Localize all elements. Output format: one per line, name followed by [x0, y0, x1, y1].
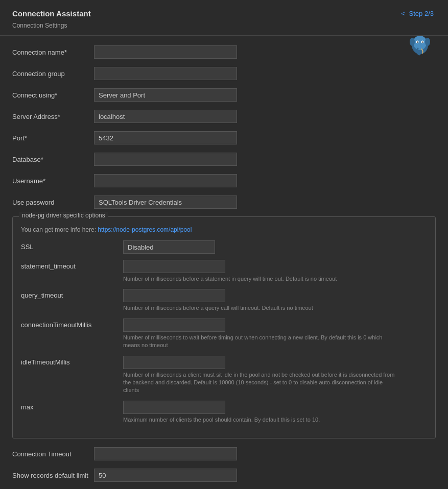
show-records-row: Show records default limit	[12, 468, 436, 482]
query-timeout-row: query_timeout Number of milliseconds bef…	[21, 289, 427, 312]
statement-timeout-hint: Number of milliseconds before a statemen…	[123, 275, 337, 283]
ssl-label: SSL	[21, 240, 123, 251]
connection-name-input[interactable]	[94, 45, 237, 59]
connect-using-input[interactable]	[94, 88, 237, 102]
step-label: < Step 2/3	[401, 10, 436, 17]
step-back-icon[interactable]: <	[401, 10, 405, 17]
connection-group-input[interactable]	[94, 67, 237, 80]
pg-logo	[406, 31, 434, 60]
query-timeout-hint: Number of milliseconds before a query ca…	[123, 304, 313, 312]
connect-using-row: Connect using*	[12, 88, 436, 102]
driver-section: node-pg driver specific options You can …	[12, 216, 436, 438]
svg-point-5	[422, 41, 423, 42]
connection-timeout-label: Connection Timeout	[12, 450, 94, 458]
show-records-label: Show records default limit	[12, 472, 94, 479]
server-address-row: Server Address*	[12, 109, 436, 124]
use-password-input[interactable]	[94, 195, 237, 209]
username-label: Username*	[12, 177, 94, 185]
sub-title: Connection Settings	[12, 22, 67, 29]
use-password-label: Use password	[12, 199, 94, 206]
connection-timeout-millis-label: connectionTimeoutMillis	[21, 319, 123, 329]
connection-timeout-millis-hint: Number of milliseconds to wait before ti…	[123, 334, 399, 350]
query-timeout-label: query_timeout	[21, 289, 123, 299]
connection-name-label: Connection name*	[12, 48, 94, 56]
max-input[interactable]	[123, 401, 225, 414]
username-input[interactable]	[94, 174, 237, 187]
driver-section-title: node-pg driver specific options	[19, 212, 108, 219]
server-address-label: Server Address*	[12, 113, 94, 120]
server-address-input[interactable]	[94, 110, 237, 123]
database-row: Database*	[12, 152, 436, 166]
max-hint: Maximum number of clients the pool shoul…	[123, 416, 320, 424]
connection-timeout-millis-input[interactable]	[123, 319, 225, 332]
driver-info-link[interactable]: https://node-postgres.com/api/pool	[98, 226, 192, 233]
database-input[interactable]	[94, 153, 237, 166]
port-input[interactable]	[94, 131, 237, 144]
connection-timeout-row: Connection Timeout	[12, 447, 436, 461]
use-password-row: Use password	[12, 195, 436, 209]
database-label: Database*	[12, 156, 94, 163]
port-row: Port*	[12, 131, 436, 145]
statement-timeout-label: statement_timeout	[21, 260, 123, 270]
connect-using-label: Connect using*	[12, 91, 94, 99]
port-label: Port*	[12, 134, 94, 142]
svg-point-6	[410, 38, 415, 46]
max-row: max Maximum number of clients the pool s…	[21, 401, 427, 424]
connection-group-label: Connection group	[12, 70, 94, 78]
svg-point-7	[425, 38, 430, 46]
ssl-select[interactable]: Disabled Enabled Verify-Full	[123, 240, 215, 254]
idle-timeout-row: idleTimeoutMillis Number of milliseconds…	[21, 356, 427, 395]
idle-timeout-label: idleTimeoutMillis	[21, 356, 123, 366]
driver-info-text: You can get more info here: https://node…	[21, 226, 427, 233]
connection-timeout-millis-row: connectionTimeoutMillis Number of millis…	[21, 319, 427, 350]
statement-timeout-row: statement_timeout Number of milliseconds…	[21, 260, 427, 283]
connection-name-row: Connection name*	[12, 45, 436, 59]
idle-timeout-hint: Number of milliseconds a client must sit…	[123, 371, 399, 395]
connection-timeout-input[interactable]	[94, 447, 237, 460]
username-row: Username*	[12, 174, 436, 188]
app-title: Connection Assistant	[12, 9, 91, 18]
connection-group-row: Connection group	[12, 66, 436, 81]
show-records-input[interactable]	[94, 469, 237, 482]
statement-timeout-input[interactable]	[123, 260, 225, 273]
max-label: max	[21, 401, 123, 411]
query-timeout-input[interactable]	[123, 289, 225, 302]
idle-timeout-input[interactable]	[123, 356, 225, 369]
ssl-row: SSL Disabled Enabled Verify-Full	[21, 240, 427, 254]
svg-point-4	[417, 41, 418, 42]
